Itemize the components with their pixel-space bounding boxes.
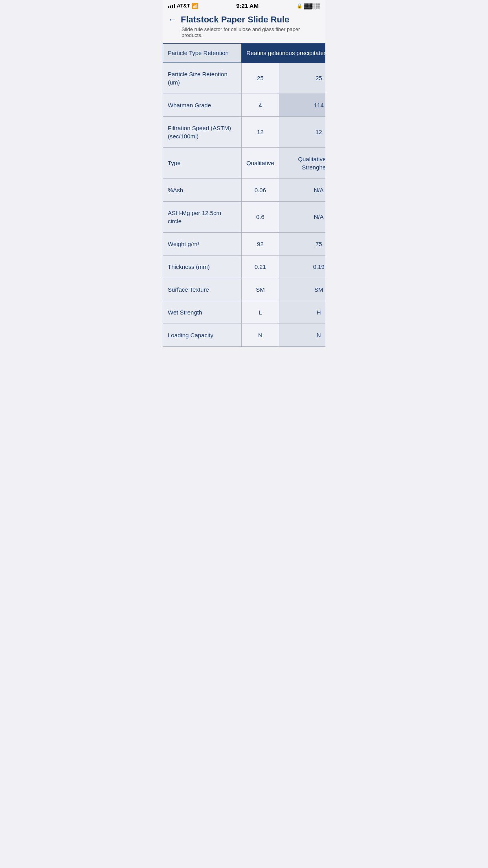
signal-icon [168, 4, 175, 8]
cell-col1: 4 [242, 94, 279, 116]
cell-col2: Qualitative, Wet Strenghened [279, 147, 325, 178]
app-header: ← Flatstock Paper Slide Rule Slide rule … [163, 11, 325, 43]
cell-col2: 75 [279, 232, 325, 255]
header-label-cell: Particle Type Retention [163, 44, 242, 63]
cell-col2: 114 [279, 94, 325, 116]
data-table: Particle Type Retention Reatins gelatino… [163, 43, 325, 347]
row-label: Loading Capacity [163, 324, 242, 346]
table-row: Particle Size Retention (um)252520-25 [163, 63, 326, 94]
row-label: Surface Texture [163, 278, 242, 301]
cell-col2: SM [279, 278, 325, 301]
table-row: Filtration Speed (ASTM) (sec/100ml)12121… [163, 116, 326, 147]
status-bar: AT&T 📶 9:21 AM 🔒 ▓▓░░ [163, 0, 325, 11]
cell-col2: N [279, 324, 325, 346]
row-label: Wet Strength [163, 301, 242, 324]
table-container[interactable]: Particle Type Retention Reatins gelatino… [163, 43, 325, 347]
header-description: Reatins gelatinous precipitates and coar… [242, 44, 326, 63]
cell-col1: 12 [242, 116, 279, 147]
cell-col2: N/A [279, 178, 325, 201]
cell-col1: SM [242, 278, 279, 301]
row-label: Type [163, 147, 242, 178]
page-title: Flatstock Paper Slide Rule [181, 15, 289, 25]
cell-col1: L [242, 301, 279, 324]
time-label: 9:21 AM [236, 2, 259, 9]
cell-col1: Qualitative [242, 147, 279, 178]
table-header-row: Particle Type Retention Reatins gelatino… [163, 44, 326, 63]
cell-col1: 25 [242, 63, 279, 94]
row-label: Whatman Grade [163, 94, 242, 116]
cell-col2: 0.19 [279, 255, 325, 278]
status-left: AT&T 📶 [168, 3, 198, 9]
table-row: Whatman Grade4114114V [163, 94, 326, 116]
row-label: Filtration Speed (ASTM) (sec/100ml) [163, 116, 242, 147]
header-row: ← Flatstock Paper Slide Rule [168, 15, 320, 25]
cell-col2: 12 [279, 116, 325, 147]
cell-col2: 25 [279, 63, 325, 94]
row-label: %Ash [163, 178, 242, 201]
table-row: Weight g/m²927575 [163, 232, 326, 255]
back-button[interactable]: ← [168, 15, 177, 24]
wifi-icon: 📶 [192, 3, 198, 9]
row-label: Weight g/m² [163, 232, 242, 255]
cell-col1: 0.21 [242, 255, 279, 278]
status-right: 🔒 ▓▓░░ [297, 3, 320, 9]
cell-col1: 92 [242, 232, 279, 255]
table-row: Surface TextureSMSMSM [163, 278, 326, 301]
cell-col1: 0.6 [242, 201, 279, 232]
page-subtitle: Slide rule selector for cellulose and gl… [168, 26, 320, 38]
table-row: ASH-Mg per 12.5cm circle0.6N/AN/A [163, 201, 326, 232]
lock-icon: 🔒 [297, 3, 303, 9]
carrier-label: AT&T [177, 3, 190, 9]
table-row: %Ash0.06N/AN/A [163, 178, 326, 201]
row-label: Thickness (mm) [163, 255, 242, 278]
cell-col1: 0.06 [242, 178, 279, 201]
row-label: ASH-Mg per 12.5cm circle [163, 201, 242, 232]
table-row: Wet StrengthLHH [163, 301, 326, 324]
table-row: TypeQualitativeQualitative, Wet Strenghe… [163, 147, 326, 178]
table-row: Loading CapacityNNN [163, 324, 326, 346]
cell-col1: N [242, 324, 279, 346]
row-label: Particle Size Retention (um) [163, 63, 242, 94]
battery-icon: ▓▓░░ [304, 3, 320, 9]
cell-col2: H [279, 301, 325, 324]
cell-col2: N/A [279, 201, 325, 232]
table-row: Thickness (mm)0.210.190.19 [163, 255, 326, 278]
